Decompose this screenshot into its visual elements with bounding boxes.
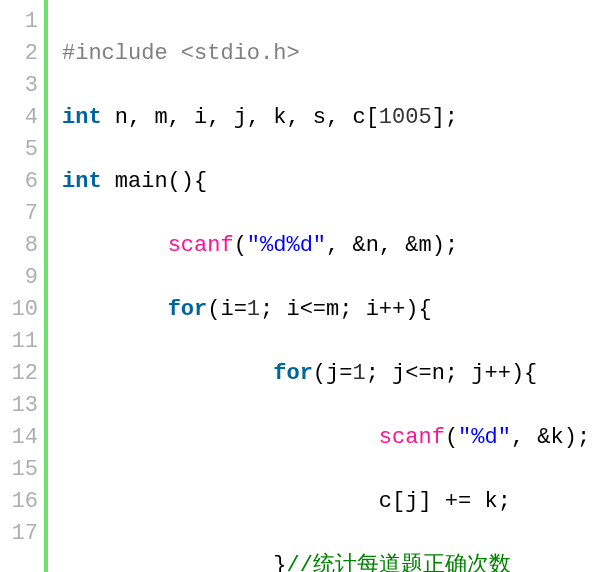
line-number: 7 bbox=[2, 198, 38, 230]
line-number: 9 bbox=[2, 262, 38, 294]
code-text: c[j] += k; bbox=[62, 489, 511, 514]
line-number: 13 bbox=[2, 390, 38, 422]
line-number: 12 bbox=[2, 358, 38, 390]
keyword: int bbox=[62, 105, 102, 130]
code-line: scanf("%d", &k); bbox=[62, 422, 602, 454]
preprocessor: #include <stdio.h> bbox=[62, 41, 300, 66]
code-line: int n, m, i, j, k, s, c[1005]; bbox=[62, 102, 602, 134]
line-number: 5 bbox=[2, 134, 38, 166]
indent bbox=[62, 361, 273, 386]
function: scanf bbox=[379, 425, 445, 450]
code-text: n, m, i, j, k, s, c[ bbox=[102, 105, 379, 130]
code-line: c[j] += k; bbox=[62, 486, 602, 518]
number: 1005 bbox=[379, 105, 432, 130]
indent bbox=[62, 297, 168, 322]
line-number: 16 bbox=[2, 486, 38, 518]
function: scanf bbox=[168, 233, 234, 258]
code-text: } bbox=[62, 553, 286, 572]
code-line: #include <stdio.h> bbox=[62, 38, 602, 70]
code-area: #include <stdio.h> int n, m, i, j, k, s,… bbox=[48, 0, 602, 572]
keyword: int bbox=[62, 169, 102, 194]
code-line: int main(){ bbox=[62, 166, 602, 198]
line-number: 3 bbox=[2, 70, 38, 102]
string: "%d" bbox=[458, 425, 511, 450]
line-number: 2 bbox=[2, 38, 38, 70]
line-number: 11 bbox=[2, 326, 38, 358]
code-text: , &n, &m); bbox=[326, 233, 458, 258]
indent bbox=[62, 425, 379, 450]
line-number: 1 bbox=[2, 6, 38, 38]
string: "%d%d" bbox=[247, 233, 326, 258]
line-number: 14 bbox=[2, 422, 38, 454]
line-number: 4 bbox=[2, 102, 38, 134]
line-number: 6 bbox=[2, 166, 38, 198]
code-container: 1 2 3 4 5 6 7 8 9 10 11 12 13 14 15 16 1… bbox=[0, 0, 602, 572]
line-number: 15 bbox=[2, 454, 38, 486]
code-text: ]; bbox=[432, 105, 458, 130]
line-number: 10 bbox=[2, 294, 38, 326]
code-text: ; i<=m; i++){ bbox=[260, 297, 432, 322]
code-text: main(){ bbox=[102, 169, 208, 194]
indent bbox=[62, 233, 168, 258]
line-number-gutter: 1 2 3 4 5 6 7 8 9 10 11 12 13 14 15 16 1… bbox=[0, 0, 48, 572]
code-text: ( bbox=[234, 233, 247, 258]
comment: //统计每道题正确次数 bbox=[286, 553, 510, 572]
line-number: 8 bbox=[2, 230, 38, 262]
keyword: for bbox=[273, 361, 313, 386]
code-text: (j= bbox=[313, 361, 353, 386]
code-line: }//统计每道题正确次数 bbox=[62, 550, 602, 572]
line-number: 17 bbox=[2, 518, 38, 550]
code-text: (i= bbox=[207, 297, 247, 322]
keyword: for bbox=[168, 297, 208, 322]
code-text: , &k); bbox=[511, 425, 590, 450]
code-line: for(i=1; i<=m; i++){ bbox=[62, 294, 602, 326]
number: 1 bbox=[352, 361, 365, 386]
number: 1 bbox=[247, 297, 260, 322]
code-text: ; j<=n; j++){ bbox=[366, 361, 538, 386]
code-text: ( bbox=[445, 425, 458, 450]
code-line: scanf("%d%d", &n, &m); bbox=[62, 230, 602, 262]
code-line: for(j=1; j<=n; j++){ bbox=[62, 358, 602, 390]
